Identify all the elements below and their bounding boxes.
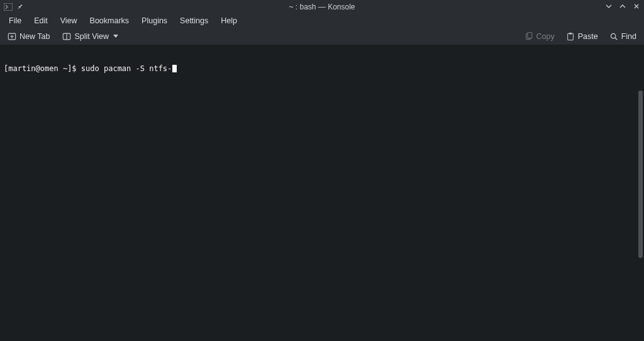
search-icon: [609, 32, 618, 41]
new-tab-button[interactable]: New Tab: [4, 30, 53, 43]
prompt-text: [martin@omen ~]$: [4, 64, 81, 73]
toolbar: New Tab Split View Copy Paste Find: [0, 28, 644, 45]
close-button[interactable]: [633, 3, 640, 12]
menu-edit[interactable]: Edit: [28, 14, 54, 28]
svg-line-9: [615, 37, 617, 39]
svg-point-8: [611, 33, 615, 38]
menubar: File Edit View Bookmarks Plugins Setting…: [0, 14, 644, 28]
titlebar: ~ : bash — Konsole: [0, 0, 644, 14]
text-cursor: [172, 65, 177, 72]
paste-icon: [566, 32, 575, 41]
command-text: sudo pacman -S ntfs-: [81, 64, 172, 73]
find-button[interactable]: Find: [606, 30, 640, 43]
menu-plugins[interactable]: Plugins: [135, 14, 174, 28]
pin-icon[interactable]: [16, 3, 23, 11]
svg-rect-5: [527, 32, 531, 38]
scrollbar-thumb[interactable]: [638, 91, 643, 258]
terminal-area[interactable]: [martin@omen ~]$ sudo pacman -S ntfs-: [0, 45, 644, 341]
paste-label: Paste: [578, 32, 598, 41]
copy-label: Copy: [536, 32, 555, 41]
new-tab-icon: [8, 32, 16, 41]
maximize-button[interactable]: [619, 3, 626, 12]
menu-file[interactable]: File: [3, 14, 28, 28]
konsole-app-icon: [4, 3, 13, 11]
paste-button[interactable]: Paste: [562, 30, 602, 43]
new-tab-label: New Tab: [19, 32, 50, 41]
menu-help[interactable]: Help: [214, 14, 243, 28]
split-view-label: Split View: [74, 32, 109, 41]
svg-rect-6: [567, 33, 573, 40]
menu-settings[interactable]: Settings: [174, 14, 214, 28]
find-label: Find: [621, 32, 636, 41]
minimize-button[interactable]: [605, 3, 613, 12]
copy-button[interactable]: Copy: [521, 30, 558, 43]
svg-rect-7: [569, 32, 572, 34]
chevron-down-icon: [113, 35, 118, 38]
split-view-icon: [62, 32, 71, 41]
prompt-line: [martin@omen ~]$ sudo pacman -S ntfs-: [4, 64, 640, 73]
copy-icon: [525, 32, 533, 41]
svg-rect-0: [4, 3, 13, 11]
menu-bookmarks[interactable]: Bookmarks: [84, 14, 136, 28]
window-title: ~ : bash — Konsole: [289, 3, 355, 11]
split-view-button[interactable]: Split View: [58, 30, 122, 43]
menu-view[interactable]: View: [54, 14, 84, 28]
